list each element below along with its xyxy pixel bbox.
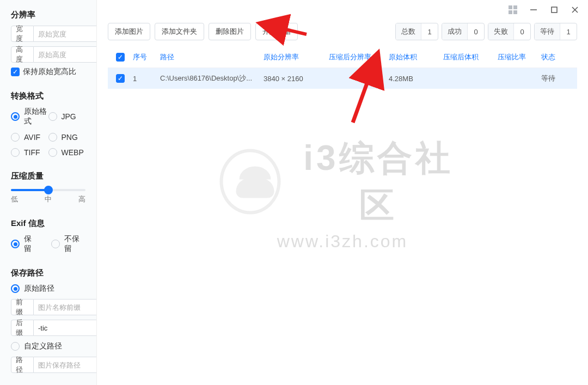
exif-section: Exif 信息 保留 不保留 [11, 218, 85, 254]
format-option-png[interactable]: PNG [48, 133, 86, 142]
quality-high-label: 高 [78, 194, 85, 204]
prefix-input[interactable] [34, 299, 97, 315]
slider-fill [11, 189, 48, 191]
exif-discard[interactable]: 不保留 [51, 234, 85, 254]
watermark-logo-icon [220, 149, 281, 214]
row-checkbox[interactable] [116, 74, 125, 83]
resolution-title: 分辨率 [11, 10, 85, 20]
format-section: 转换格式 原始格式 JPG AVIF PNG TIFF WEBP [11, 91, 85, 157]
titlebar [97, 0, 588, 20]
cell-orig-size: 4.28MB [389, 75, 443, 83]
format-option-jpg[interactable]: JPG [48, 107, 86, 126]
file-table: 序号 路径 原始分辨率 压缩后分辨率 原始体积 压缩后体积 压缩比率 状态 1 … [108, 47, 577, 89]
cell-index: 1 [133, 75, 160, 83]
width-label: 宽度 [11, 26, 34, 42]
prefix-label: 前缀 [11, 299, 34, 315]
select-all-checkbox[interactable] [116, 53, 125, 62]
stats: 总数1 成功0 失败0 等待1 [395, 23, 577, 40]
quality-low-label: 低 [11, 194, 18, 204]
toolbar: 添加图片 添加文件夹 删除图片 开始压缩 总数1 成功0 失败0 等待1 [97, 20, 588, 47]
watermark-title: i3综合社区 [291, 134, 465, 229]
svg-rect-1 [552, 7, 557, 13]
quality-mid-label: 中 [45, 194, 52, 204]
radio-icon [11, 240, 20, 248]
resolution-section: 分辨率 宽度 高度 保持原始宽高比 [11, 10, 85, 77]
radio-icon [11, 133, 20, 142]
radio-icon [51, 240, 60, 248]
main-content: 添加图片 添加文件夹 删除图片 开始压缩 总数1 成功0 失败0 等待1 序号 … [97, 0, 588, 385]
watermark: i3综合社区 www.i3zh.com [220, 134, 465, 251]
suffix-input[interactable] [34, 320, 97, 336]
format-title: 转换格式 [11, 91, 85, 101]
th-orig-size[interactable]: 原始体积 [389, 52, 443, 62]
suffix-label: 后缀 [11, 320, 34, 336]
path-input[interactable] [34, 357, 97, 373]
maximize-icon[interactable] [550, 5, 559, 14]
format-option-tiff[interactable]: TIFF [11, 148, 48, 157]
cell-orig-res: 3840 × 2160 [264, 75, 329, 83]
sidebar: 分辨率 宽度 高度 保持原始宽高比 转换格式 原始格式 JPG AVIF PNG… [0, 0, 97, 385]
save-section: 保存路径 原始路径 前缀 后缀 自定义路径 路径 [11, 268, 85, 373]
radio-icon [48, 112, 57, 121]
exif-title: Exif 信息 [11, 218, 85, 229]
grid-view-icon[interactable] [509, 5, 517, 14]
th-ratio[interactable]: 压缩比率 [498, 52, 541, 62]
table-header: 序号 路径 原始分辨率 压缩后分辨率 原始体积 压缩后体积 压缩比率 状态 [108, 47, 577, 68]
slider-thumb[interactable] [44, 186, 53, 194]
quality-slider[interactable] [11, 189, 85, 191]
watermark-sub: www.i3zh.com [220, 231, 465, 251]
stat-success: 成功0 [442, 23, 485, 40]
table-row[interactable]: 1 C:\Users\86176\Desktop\沙... 3840 × 216… [108, 68, 577, 89]
keep-ratio-label: 保持原始宽高比 [23, 67, 76, 77]
radio-icon [11, 112, 20, 121]
exif-keep[interactable]: 保留 [11, 234, 38, 254]
path-label: 路径 [11, 357, 34, 373]
minimize-icon[interactable] [529, 5, 538, 14]
radio-icon [11, 148, 20, 157]
add-image-button[interactable]: 添加图片 [108, 23, 150, 40]
start-compress-button[interactable]: 开始压缩 [255, 23, 298, 40]
format-option-avif[interactable]: AVIF [11, 133, 48, 142]
th-path[interactable]: 路径 [160, 52, 264, 62]
th-orig-res[interactable]: 原始分辨率 [264, 52, 329, 62]
height-label: 高度 [11, 46, 34, 63]
save-original-path[interactable]: 原始路径 [11, 284, 85, 294]
radio-icon [48, 148, 57, 157]
quality-title: 压缩质量 [11, 171, 85, 181]
stat-total: 总数1 [395, 23, 438, 40]
height-input[interactable] [34, 46, 97, 63]
radio-icon [11, 342, 20, 351]
stat-fail: 失败0 [488, 23, 531, 40]
save-custom-path[interactable]: 自定义路径 [11, 341, 85, 351]
format-option-original[interactable]: 原始格式 [11, 107, 48, 126]
save-title: 保存路径 [11, 268, 85, 278]
th-status[interactable]: 状态 [541, 52, 574, 62]
radio-icon [11, 284, 20, 293]
width-input[interactable] [34, 26, 97, 42]
add-folder-button[interactable]: 添加文件夹 [155, 23, 204, 40]
cell-path: C:\Users\86176\Desktop\沙... [160, 74, 264, 83]
cell-status: 等待 [541, 74, 574, 83]
keep-ratio-checkbox[interactable] [11, 68, 20, 76]
th-comp-res[interactable]: 压缩后分辨率 [329, 52, 389, 62]
close-icon[interactable] [571, 5, 579, 14]
format-option-webp[interactable]: WEBP [48, 148, 86, 157]
stat-wait: 等待1 [534, 23, 577, 40]
th-comp-size[interactable]: 压缩后体积 [443, 52, 498, 62]
th-index[interactable]: 序号 [133, 52, 160, 62]
keep-aspect-ratio[interactable]: 保持原始宽高比 [11, 67, 85, 77]
delete-image-button[interactable]: 删除图片 [209, 23, 251, 40]
quality-section: 压缩质量 低 中 高 [11, 171, 85, 204]
radio-icon [48, 133, 57, 142]
